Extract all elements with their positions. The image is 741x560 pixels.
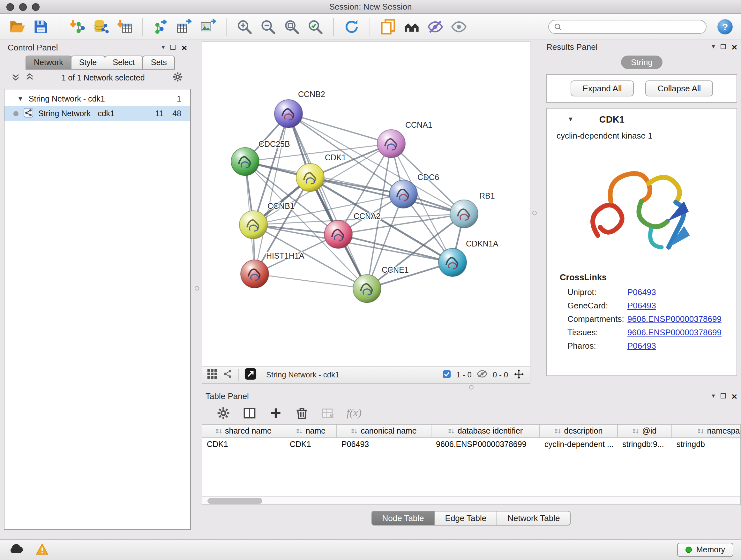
delete-table-icon[interactable] — [320, 406, 336, 421]
network-node-HIST1H1A[interactable] — [241, 260, 269, 288]
tab-sets[interactable]: Sets — [143, 56, 175, 70]
create-column-icon[interactable] — [268, 406, 283, 421]
pharos-link[interactable]: P06493 — [627, 341, 656, 351]
export-network-icon[interactable] — [151, 17, 171, 37]
network-node-CCNE1[interactable] — [353, 274, 381, 303]
scrollbar-thumb[interactable] — [207, 498, 262, 504]
table-cell[interactable]: 9606.ENSP00000378699 — [431, 438, 540, 451]
network-canvas[interactable]: CCNB2CCNA1CDC25BCDK1CDC6RB1CCNB1CCNA2CDK… — [202, 42, 530, 367]
function-builder-icon[interactable]: f(x) — [347, 407, 361, 420]
collapse-all-button[interactable]: Collapse All — [646, 80, 713, 97]
network-collection-row[interactable]: ▼ String Network - cdk1 1 — [4, 91, 190, 106]
panel-float-icon[interactable] — [721, 393, 726, 398]
network-node-CDC25B[interactable] — [231, 147, 259, 176]
protein-expander-icon[interactable]: ▼ — [567, 116, 574, 123]
tab-edge-table[interactable]: Edge Table — [434, 511, 497, 525]
left-splitter-handle[interactable] — [195, 286, 199, 291]
tab-node-table[interactable]: Node Table — [371, 511, 434, 525]
birds-eye-view-icon[interactable] — [223, 369, 232, 381]
column-header-name[interactable]: name — [285, 425, 337, 437]
search-box[interactable] — [548, 20, 706, 34]
hide-eye-icon[interactable] — [426, 17, 445, 37]
panel-float-icon[interactable] — [171, 45, 176, 50]
refresh-view-icon[interactable] — [342, 17, 361, 37]
toolbar-separator — [59, 18, 59, 36]
tab-network-table[interactable]: Network Table — [496, 511, 570, 525]
home-icon[interactable] — [402, 17, 421, 37]
import-table-icon[interactable] — [115, 17, 134, 37]
network-node-CCNA1[interactable] — [377, 130, 405, 158]
zoom-out-icon[interactable] — [259, 17, 278, 37]
table-row[interactable]: CDK1CDK1P064939606.ENSP00000378699cyclin… — [202, 438, 740, 451]
column-header-description[interactable]: description — [540, 425, 618, 437]
column-header-shared-name[interactable]: shared name — [202, 425, 285, 437]
expand-all-button[interactable]: Expand All — [570, 80, 634, 97]
zoom-in-icon[interactable] — [235, 17, 254, 37]
panel-close-icon[interactable]: × — [731, 391, 737, 401]
panel-collapse-icon[interactable]: ▾ — [712, 44, 715, 50]
network-node-CCNB1[interactable] — [239, 211, 267, 239]
show-columns-icon[interactable] — [242, 406, 257, 421]
help-icon[interactable]: ? — [717, 18, 733, 35]
network-node-CDK1[interactable] — [296, 164, 324, 192]
memory-button[interactable]: Memory — [677, 543, 733, 557]
export-image-icon[interactable] — [199, 17, 218, 37]
compartments-link[interactable]: 9606.ENSP00000378699 — [627, 314, 722, 324]
network-node-CCNB2[interactable] — [274, 100, 302, 128]
network-node-RB1[interactable] — [450, 200, 478, 228]
search-input[interactable] — [566, 22, 701, 31]
network-row[interactable]: String Network - cdk1 11 48 — [4, 106, 190, 121]
network-node-CCNA2[interactable] — [324, 220, 352, 248]
table-cell[interactable]: stringdb:9... — [618, 438, 672, 451]
save-session-icon[interactable] — [31, 17, 51, 37]
column-header-canonical-name[interactable]: canonical name — [337, 425, 431, 437]
gear-icon[interactable] — [172, 71, 183, 84]
string-tab-badge[interactable]: String — [621, 56, 663, 69]
collection-expander-icon[interactable]: ▼ — [17, 96, 23, 102]
genecard-link[interactable]: P06493 — [627, 301, 656, 310]
pan-mode-icon[interactable] — [513, 368, 525, 381]
column-header-database-identifier[interactable]: database identifier — [431, 425, 540, 437]
zoom-fit-icon[interactable] — [282, 17, 301, 37]
tab-style[interactable]: Style — [71, 56, 105, 70]
tab-select[interactable]: Select — [105, 56, 143, 70]
network-node-CDKN1A[interactable] — [439, 248, 467, 276]
zoom-selected-icon[interactable] — [306, 17, 325, 37]
export-table-icon[interactable] — [175, 17, 194, 37]
open-session-icon[interactable] — [8, 17, 27, 37]
bottom-splitter-handle[interactable] — [469, 385, 474, 389]
warning-icon[interactable] — [36, 543, 49, 557]
table-cell[interactable]: CDK1 — [202, 438, 285, 451]
expand-all-networks-icon[interactable] — [11, 73, 20, 83]
horizontal-scrollbar[interactable] — [202, 496, 740, 504]
main-toolbar: ? — [0, 14, 741, 40]
network-node-CDC6[interactable] — [389, 180, 417, 208]
table-cell[interactable]: stringdb — [672, 438, 740, 451]
show-eye-icon[interactable] — [449, 17, 468, 37]
import-network-from-database-icon[interactable] — [91, 17, 111, 37]
column-header--id[interactable]: @id — [618, 425, 672, 437]
crosslink-row: Tissues: 9606.ENSP00000378699 — [567, 326, 737, 339]
tab-network[interactable]: Network — [25, 56, 71, 70]
panel-float-icon[interactable] — [721, 44, 726, 49]
panel-close-icon[interactable]: × — [181, 43, 187, 52]
table-cell[interactable]: P06493 — [337, 438, 431, 451]
panel-collapse-icon[interactable]: ▾ — [712, 393, 715, 399]
table-cell[interactable]: CDK1 — [285, 438, 337, 451]
panel-close-icon[interactable]: × — [731, 42, 737, 51]
column-header-namespace[interactable]: namespace — [672, 425, 740, 437]
delete-column-icon[interactable] — [294, 406, 310, 421]
tissues-link[interactable]: 9606.ENSP00000378699 — [627, 327, 722, 337]
panel-collapse-icon[interactable]: ▾ — [161, 44, 165, 51]
gear-icon[interactable] — [216, 406, 231, 421]
right-splitter-handle[interactable] — [532, 211, 537, 215]
table-cell[interactable]: cyclin-dependent ... — [540, 438, 618, 451]
grid-view-icon[interactable] — [207, 369, 217, 381]
fit-content-button[interactable] — [245, 368, 257, 382]
crosslink-label: Tissues: — [567, 327, 627, 337]
uniprot-link[interactable]: P06493 — [627, 287, 656, 297]
cloud-icon[interactable] — [8, 543, 24, 557]
import-network-from-file-icon[interactable] — [68, 17, 87, 37]
copy-document-icon[interactable] — [379, 17, 398, 37]
collapse-all-networks-icon[interactable] — [25, 73, 34, 83]
